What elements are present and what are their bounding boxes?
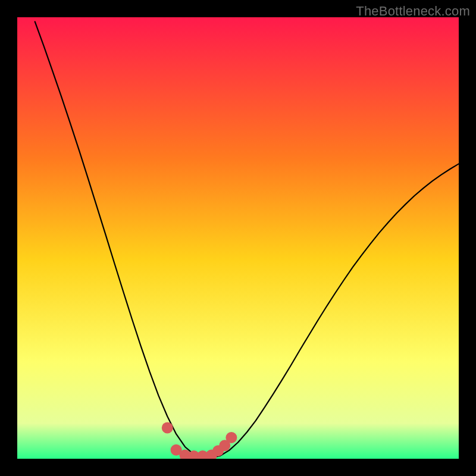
- chart-frame: TheBottleneck.com: [0, 0, 476, 476]
- trough-marker-1: [162, 422, 173, 434]
- trough-marker-9: [226, 432, 237, 443]
- bottleneck-chart-svg: [17, 17, 459, 459]
- plot-area: [17, 17, 459, 459]
- watermark-text: TheBottleneck.com: [356, 4, 470, 19]
- gradient-background: [17, 17, 459, 459]
